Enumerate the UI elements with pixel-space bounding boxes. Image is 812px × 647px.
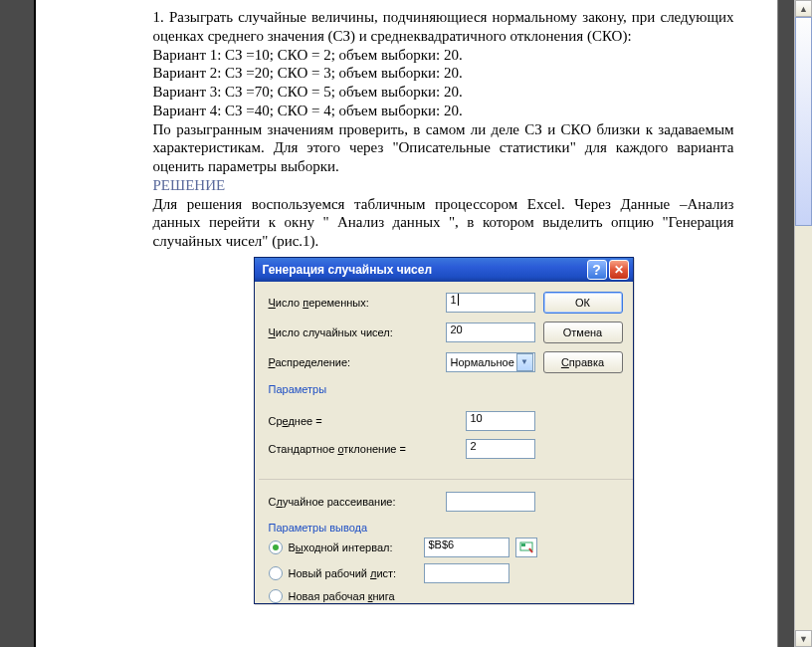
random-number-dialog: Генерация случайных чисел ? ✕ Число пере… (254, 257, 634, 604)
scroll-track[interactable] (795, 17, 812, 630)
input-mean[interactable]: 10 (466, 411, 535, 431)
group-parameters-title: Параметры (269, 383, 623, 395)
group-output-title: Параметры вывода (269, 522, 623, 534)
dialog-title: Генерация случайных чисел (263, 263, 585, 277)
solution-heading: РЕШЕНИЕ (153, 176, 734, 195)
chevron-down-icon: ▼ (516, 353, 533, 371)
group-output: Выходной интервал: $B$6 Новый рабочий ли… (269, 538, 535, 603)
ok-button[interactable]: ОК (543, 292, 623, 314)
input-num-rand[interactable]: 20 (446, 323, 535, 342)
select-distribution[interactable]: Нормальное ▼ (446, 352, 535, 372)
variant-3: Вариант 3: СЗ =70; СКО = 5; объем выборк… (153, 83, 734, 102)
input-output-range[interactable]: $B$6 (424, 538, 509, 557)
label-stdev: Стандартное отклонение = (269, 443, 458, 455)
label-num-vars: Число переменных: (269, 297, 438, 309)
radio-new-book[interactable] (269, 589, 283, 603)
paragraph-solution: Для решения воспользуемся табличным проц… (153, 195, 734, 251)
variant-4: Вариант 4: СЗ =40; СКО = 4; объем выборк… (153, 102, 734, 120)
problem-text: 1. Разыграть случайные величины, подчиня… (153, 8, 734, 251)
scroll-thumb[interactable] (795, 17, 812, 226)
variant-1: Вариант 1: СЗ =10; СКО = 2; объем выборк… (153, 46, 734, 65)
cancel-button[interactable]: Отмена (543, 322, 623, 343)
svg-rect-1 (521, 543, 525, 546)
input-stdev[interactable]: 2 (466, 439, 535, 459)
close-button-icon[interactable]: ✕ (609, 260, 629, 280)
input-seed[interactable] (446, 492, 535, 512)
label-output-range: Выходной интервал: (289, 541, 418, 553)
scroll-down-icon[interactable]: ▼ (795, 630, 812, 647)
group-parameters: Среднее = 10 Стандартное отклонение = 2 (269, 403, 535, 467)
label-new-book: Новая рабочая книга (289, 590, 418, 602)
variant-2: Вариант 2: СЗ =20; СКО = 3; объем выборк… (153, 64, 734, 83)
label-mean: Среднее = (269, 415, 458, 427)
paragraph-check: По разыгранным значениям проверить, в са… (153, 120, 734, 176)
dialog-titlebar[interactable]: Генерация случайных чисел ? ✕ (255, 258, 633, 282)
page-content: 1. Разыграть случайные величины, подчиня… (44, 0, 770, 647)
help-button-icon[interactable]: ? (587, 260, 607, 280)
viewport: 1. Разыграть случайные величины, подчиня… (0, 0, 812, 647)
help-button[interactable]: Справка (543, 351, 623, 373)
label-distribution: Распределение: (269, 356, 438, 368)
vertical-scrollbar[interactable]: ▲ ▼ (794, 0, 812, 647)
radio-output-range[interactable] (269, 540, 283, 554)
select-distribution-value: Нормальное (451, 356, 514, 368)
paragraph-task: 1. Разыграть случайные величины, подчиня… (153, 8, 734, 46)
input-new-sheet[interactable] (424, 563, 509, 583)
range-picker-icon[interactable] (515, 538, 537, 557)
radio-new-sheet[interactable] (269, 566, 283, 580)
document-page: 1. Разыграть случайные величины, подчиня… (34, 0, 778, 647)
label-seed: Случайное рассеивание: (269, 496, 438, 508)
divider (259, 479, 633, 480)
dialog-body: Число переменных: 1 ОК Число случайных ч… (255, 282, 633, 603)
scroll-up-icon[interactable]: ▲ (795, 0, 812, 17)
label-new-sheet: Новый рабочий лист: (289, 567, 418, 579)
label-num-rand: Число случайных чисел: (269, 326, 438, 338)
input-num-vars[interactable]: 1 (446, 293, 535, 313)
